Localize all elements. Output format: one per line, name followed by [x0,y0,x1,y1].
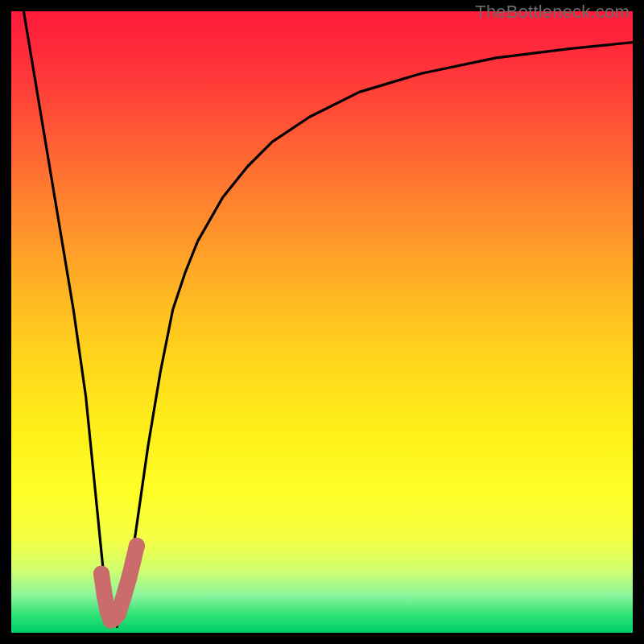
marker-dot [129,538,145,554]
marker-dot [122,569,138,585]
marker-dot [125,553,141,569]
marker-dot [110,606,126,622]
marker-dot [97,588,113,604]
bottleneck-curve [23,11,633,626]
marker-dot [115,591,131,607]
bottleneck-chart [11,11,633,633]
plot-area [11,11,633,633]
watermark-text: TheBottleneck.com [475,2,630,23]
marker-dot [93,566,109,582]
chart-frame: TheBottleneck.com [0,0,644,644]
